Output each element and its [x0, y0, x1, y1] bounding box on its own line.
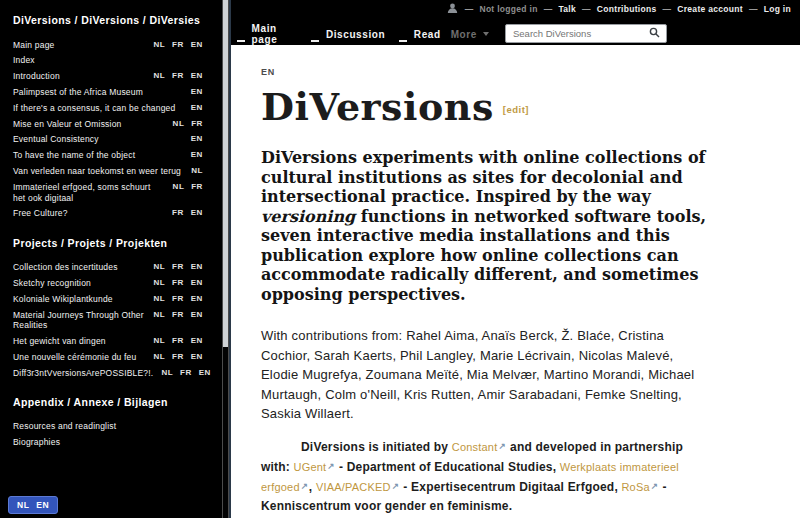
- language-tags[interactable]: NL FR EN: [153, 278, 203, 288]
- sidebar: DiVersions / DiVersions / DiVersies Main…: [0, 0, 231, 518]
- top-bar: — Not logged in — Talk — Contributions —…: [231, 0, 800, 45]
- sidebar-item-palimpsest[interactable]: Palimpsest of the Africa MuseumEN: [13, 84, 203, 100]
- sidebar-item-main-page[interactable]: Main pageNL FR EN: [13, 37, 203, 53]
- search-box: [505, 24, 667, 43]
- separator: —: [582, 4, 591, 14]
- sidebar-item-immaterieel-erfgoed[interactable]: Immaterieel erfgoed, soms schuurt het oo…: [13, 179, 203, 205]
- edit-link[interactable]: [edit]: [503, 104, 529, 115]
- sidebar-item-name-of-object[interactable]: To have the name of the objectEN: [13, 148, 203, 164]
- tab-bar: Main page Discussion Read More: [233, 23, 800, 45]
- partnership-text: DiVersions is initiated by: [301, 440, 452, 454]
- language-tags[interactable]: NL FR EN: [153, 294, 203, 304]
- sidebar-item-label: Biographies: [13, 437, 60, 448]
- language-tags[interactable]: FR EN: [172, 208, 203, 218]
- ugent-link[interactable]: UGent: [294, 461, 327, 473]
- partnership-text: - Department of Educational Studies,: [335, 460, 559, 474]
- article-content: EN DiVersions[edit] DiVersions experimen…: [231, 45, 800, 518]
- language-tags[interactable]: NL FR: [173, 182, 203, 192]
- external-link-icon: ↗: [392, 481, 399, 491]
- sidebar-item-resources[interactable]: Resources and readinglist: [13, 419, 203, 435]
- external-link-icon: ↗: [301, 481, 308, 491]
- sidebar-item-biographies[interactable]: Biographies: [13, 435, 203, 451]
- sidebar-item-material-journeys[interactable]: Material Journeys Through Other Realitie…: [13, 307, 203, 333]
- page-language-label: EN: [261, 67, 760, 77]
- sidebar-item-label: Introduction: [13, 71, 60, 82]
- view-more-dropdown[interactable]: More: [451, 29, 477, 40]
- viaa-packed-link[interactable]: VIAA/PACKED: [316, 481, 391, 493]
- talk-link[interactable]: Talk: [558, 4, 576, 14]
- sidebar-item-label: Het gewicht van dingen: [13, 336, 106, 347]
- sidebar-item-mise-en-valeur[interactable]: Mise en Valeur et OmissionNL FR: [13, 116, 203, 132]
- sidebar-item-koloniale-wikiplantkunde[interactable]: Koloniale WikiplantkundeNL FR EN: [13, 291, 203, 307]
- sidebar-item-eventual-consistency[interactable]: Eventual ConsistencyEN: [13, 132, 203, 148]
- tab-discussion[interactable]: Discussion: [326, 29, 385, 40]
- language-tags[interactable]: NL FR EN: [153, 71, 203, 81]
- sidebar-item-label: If there's a consensus, it can be change…: [13, 103, 175, 114]
- partnership-text: - Expertisecentrum Digitaal Erfgoed,: [400, 480, 622, 494]
- main-column: — Not logged in — Talk — Contributions —…: [231, 0, 800, 518]
- constant-link[interactable]: Constant: [452, 441, 498, 453]
- create-account-link[interactable]: Create account: [677, 4, 743, 14]
- language-tags[interactable]: NL FR: [173, 119, 203, 129]
- tab-indicator: [311, 40, 319, 42]
- login-link[interactable]: Log in: [764, 4, 791, 14]
- sidebar-item-free-culture[interactable]: Free Culture?FR EN: [13, 206, 203, 222]
- view-read[interactable]: Read: [414, 29, 441, 40]
- separator: —: [544, 4, 553, 14]
- language-tags[interactable]: EN: [191, 87, 203, 97]
- intro-emphasis: versioning: [261, 207, 355, 226]
- language-switcher-badge[interactable]: NL EN: [8, 496, 58, 514]
- sidebar-list-projects: Collection des incertitudesNL FR EN Sket…: [13, 260, 203, 381]
- sidebar-item-label: Diff3r3ntVversionsArePOSSIBLE?!.: [13, 368, 153, 379]
- sidebar-item-introduction[interactable]: IntroductionNL FR EN: [13, 69, 203, 85]
- sidebar-item-consensus[interactable]: If there's a consensus, it can be change…: [13, 100, 203, 116]
- sidebar-item-label: Palimpsest of the Africa Museum: [13, 87, 143, 98]
- partnership-paragraph: DiVersions is initiated by Constant↗ and…: [261, 437, 707, 516]
- language-tags[interactable]: NL FR EN: [153, 262, 203, 272]
- separator: —: [749, 4, 758, 14]
- sidebar-item-label: Resources and readinglist: [13, 421, 116, 432]
- sidebar-item-label: Van verleden naar toekomst en weer terug: [13, 166, 181, 177]
- contributions-link[interactable]: Contributions: [597, 4, 657, 14]
- language-tags[interactable]: EN: [191, 103, 203, 113]
- language-tags[interactable]: NL: [191, 166, 203, 176]
- separator: —: [662, 4, 671, 14]
- sidebar-item-label: Index: [13, 55, 35, 66]
- sidebar-item-van-verleden[interactable]: Van verleden naar toekomst en weer terug…: [13, 164, 203, 180]
- language-tags[interactable]: EN: [191, 150, 203, 160]
- sidebar-list-main: Main pageNL FR EN Index IntroductionNL F…: [13, 37, 203, 222]
- language-tags[interactable]: NL FR EN: [161, 368, 211, 378]
- tab-main-page[interactable]: Main page: [252, 23, 298, 45]
- sidebar-item-label: Collection des incertitudes: [13, 262, 118, 273]
- sidebar-item-label: To have the name of the object: [13, 150, 135, 161]
- sidebar-item-het-gewicht[interactable]: Het gewicht van dingenNL FR EN: [13, 333, 203, 349]
- language-tags[interactable]: NL FR EN: [153, 336, 203, 346]
- sidebar-item-ceremonie-du-feu[interactable]: Une nouvelle cérémonie du feuNL FR EN: [13, 349, 203, 365]
- sidebar-item-label: Koloniale Wikiplantkunde: [13, 294, 113, 305]
- search-input[interactable]: [506, 28, 649, 39]
- language-tags[interactable]: EN: [191, 134, 203, 144]
- language-tags[interactable]: NL FR EN: [153, 40, 203, 50]
- rosa-link[interactable]: RoSa: [621, 481, 649, 493]
- sidebar-item-label: Main page: [13, 40, 55, 51]
- sidebar-section-title-projects: Projects / Projets / Projekten: [13, 237, 203, 249]
- sidebar-item-sketchy-recognition[interactable]: Sketchy recognitionNL FR EN: [13, 275, 203, 291]
- language-tags[interactable]: NL FR EN: [153, 352, 203, 362]
- personal-tools: — Not logged in — Talk — Contributions —…: [447, 3, 791, 15]
- chevron-down-icon[interactable]: [483, 32, 489, 36]
- scrollbar-thumb[interactable]: [223, 0, 228, 347]
- sidebar-item-different-versions[interactable]: Diff3r3ntVversionsArePOSSIBLE?!.NL FR EN: [13, 365, 203, 381]
- search-icon: [649, 26, 660, 41]
- user-icon: [447, 3, 458, 15]
- external-link-icon: ↗: [651, 481, 658, 491]
- sidebar-item-label: Une nouvelle cérémonie du feu: [13, 352, 136, 363]
- separator: —: [465, 4, 474, 14]
- search-button[interactable]: [649, 26, 666, 41]
- external-link-icon: ↗: [327, 461, 334, 471]
- sidebar-item-index[interactable]: Index: [13, 53, 203, 69]
- language-tags[interactable]: NL FR EN: [153, 310, 203, 320]
- tab-indicator: [237, 40, 245, 42]
- sidebar-item-collection-incertitudes[interactable]: Collection des incertitudesNL FR EN: [13, 260, 203, 276]
- sidebar-scrollbar[interactable]: [222, 0, 229, 518]
- sidebar-list-appendix: Resources and readinglist Biographies: [13, 419, 203, 451]
